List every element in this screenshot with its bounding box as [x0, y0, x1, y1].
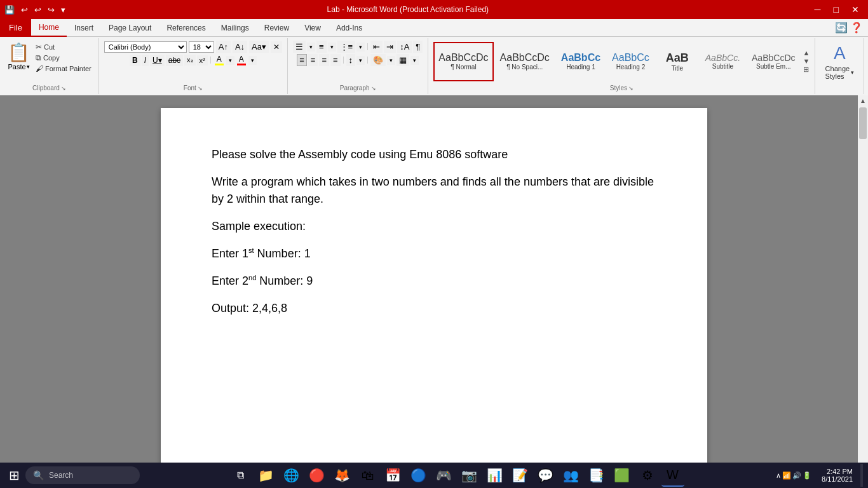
- taskbar-search[interactable]: 🔍 Search: [25, 466, 140, 484]
- font-expand-icon[interactable]: ↘: [198, 85, 203, 92]
- greenshot-button[interactable]: 🟩: [611, 464, 634, 487]
- view-tab[interactable]: View: [297, 19, 329, 37]
- opera-button[interactable]: 🔴: [306, 464, 329, 487]
- bullets-dropdown-button[interactable]: ▾: [307, 43, 315, 51]
- style-heading2[interactable]: AaBbCc Heading 2: [607, 42, 654, 81]
- decrease-font-button[interactable]: A↓: [233, 41, 247, 53]
- styles-expand-icon[interactable]: ↘: [628, 85, 634, 92]
- numbering-dropdown-button[interactable]: ▾: [328, 43, 336, 51]
- decrease-indent-button[interactable]: ⇤: [370, 41, 383, 53]
- change-styles-button[interactable]: A ChangeStyles ▾: [820, 41, 858, 83]
- font-color-dropdown-button[interactable]: ▾: [248, 56, 257, 65]
- edge-button[interactable]: 🌐: [280, 464, 303, 487]
- strikethrough-button[interactable]: abc: [166, 55, 183, 66]
- scroll-up-button[interactable]: ▲: [858, 95, 868, 106]
- copy-button[interactable]: ⧉ Copy: [34, 53, 93, 63]
- cut-button[interactable]: ✂ Cut: [34, 42, 93, 52]
- style-subtle-emphasis[interactable]: AaBbCcDc Subtle Em...: [747, 42, 800, 81]
- mailings-tab[interactable]: Mailings: [214, 19, 257, 37]
- sort-button[interactable]: ↕A: [397, 41, 412, 53]
- word-button[interactable]: W: [661, 464, 684, 487]
- undo2-qat-button[interactable]: ↩: [32, 4, 43, 16]
- sticky-button[interactable]: 📝: [509, 464, 532, 487]
- minimize-button[interactable]: ─: [811, 3, 825, 16]
- ribbon-question-button[interactable]: ❓: [850, 22, 863, 34]
- font-color-button[interactable]: A: [236, 54, 247, 66]
- insert-tab[interactable]: Insert: [67, 19, 101, 37]
- bullets-button[interactable]: ☰: [293, 41, 306, 53]
- font-name-select[interactable]: Calibri (Body): [104, 41, 187, 53]
- start-button[interactable]: ⊞: [3, 464, 25, 487]
- shading-button[interactable]: 🎨: [370, 54, 386, 66]
- align-left-button[interactable]: ≡: [297, 54, 307, 66]
- underline-button[interactable]: U▾: [150, 55, 165, 66]
- paragraph-expand-icon[interactable]: ↘: [371, 85, 376, 92]
- text-highlight-button[interactable]: A: [214, 54, 225, 66]
- store-button[interactable]: 🛍: [356, 464, 379, 487]
- bold-button[interactable]: B: [130, 55, 140, 66]
- calendar-button[interactable]: 📅: [382, 464, 405, 487]
- page-layout-tab[interactable]: Page Layout: [101, 19, 159, 37]
- style-subtitle[interactable]: AaBbCc. Subtitle: [700, 42, 745, 81]
- styles-more-button[interactable]: ⊞: [803, 65, 810, 74]
- discord-button[interactable]: 💬: [534, 464, 557, 487]
- home-tab[interactable]: Home: [31, 19, 67, 37]
- game-button[interactable]: 🎮: [433, 464, 456, 487]
- acrobat-button[interactable]: 📑: [585, 464, 608, 487]
- file-explorer-button[interactable]: 📁: [255, 464, 278, 487]
- styles-scroll-up-button[interactable]: ▲: [803, 49, 810, 57]
- shading-dropdown-button[interactable]: ▾: [387, 56, 395, 65]
- justify-button[interactable]: ≡: [330, 54, 341, 66]
- paste-button[interactable]: 📋 Paste ▾: [5, 41, 32, 72]
- review-tab[interactable]: Review: [257, 19, 297, 37]
- align-center-button[interactable]: ≡: [308, 54, 318, 66]
- close-button[interactable]: ✕: [848, 3, 863, 16]
- increase-indent-button[interactable]: ⇥: [384, 41, 396, 53]
- media-button[interactable]: 📷: [458, 464, 481, 487]
- numbering-button[interactable]: ≡: [316, 41, 327, 53]
- show-marks-button[interactable]: ¶: [413, 41, 423, 53]
- style-normal[interactable]: AaBbCcDc ¶ Normal: [433, 42, 493, 81]
- customize-qat-button[interactable]: ▾: [59, 4, 67, 16]
- firefox-button[interactable]: 🦊: [331, 464, 354, 487]
- cut-icon: ✂: [36, 43, 42, 51]
- references-tab[interactable]: References: [159, 19, 213, 37]
- tray-arrow[interactable]: ∧: [776, 471, 781, 480]
- line-spacing-dropdown-button[interactable]: ▾: [356, 56, 365, 65]
- style-no-spacing[interactable]: AaBbCcDc ¶ No Spaci...: [495, 42, 555, 81]
- subscript-button[interactable]: x₂: [184, 55, 196, 65]
- multilevel-button[interactable]: ⋮≡: [337, 41, 356, 53]
- undo-qat-button[interactable]: ↩: [19, 4, 30, 16]
- scroll-thumb[interactable]: [859, 107, 867, 139]
- document-page[interactable]: Please solve the Assembly code using Emu…: [161, 108, 707, 477]
- font-size-select[interactable]: 18: [189, 41, 214, 53]
- styles-scroll-down-button[interactable]: ▼: [803, 57, 810, 65]
- chrome-button[interactable]: 🔵: [407, 464, 430, 487]
- clipboard-expand-icon[interactable]: ↘: [61, 85, 66, 92]
- change-case-button[interactable]: Aa▾: [249, 41, 269, 53]
- style-title[interactable]: AaB Title: [656, 42, 699, 81]
- settings-button[interactable]: ⚙: [636, 464, 659, 487]
- increase-font-button[interactable]: A↑: [216, 41, 231, 53]
- save-qat-button[interactable]: 💾: [3, 4, 17, 16]
- borders-button[interactable]: ▦: [397, 54, 409, 66]
- maximize-button[interactable]: □: [830, 3, 843, 16]
- borders-dropdown-button[interactable]: ▾: [410, 56, 419, 65]
- teams-button[interactable]: 👥: [560, 464, 583, 487]
- multilevel-dropdown-button[interactable]: ▾: [356, 43, 365, 51]
- addins-tab[interactable]: Add-Ins: [329, 19, 370, 37]
- show-desktop-button[interactable]: [860, 464, 863, 487]
- redo-qat-button[interactable]: ↪: [46, 4, 57, 16]
- italic-button[interactable]: I: [142, 55, 149, 66]
- ribbon-help-button[interactable]: 🔄: [835, 22, 848, 34]
- line-spacing-button[interactable]: ↕: [346, 54, 356, 66]
- superscript-button[interactable]: x²: [197, 55, 208, 65]
- highlight-dropdown-button[interactable]: ▾: [226, 56, 234, 65]
- file-tab[interactable]: File: [0, 19, 31, 37]
- clear-format-button[interactable]: ✕: [271, 41, 282, 53]
- excel-button[interactable]: 📊: [484, 464, 506, 487]
- taskview-button[interactable]: ⧉: [229, 464, 252, 487]
- format-painter-button[interactable]: 🖌 Format Painter: [34, 64, 93, 74]
- style-heading1[interactable]: AaBbCc Heading 1: [556, 42, 606, 81]
- align-right-button[interactable]: ≡: [319, 54, 329, 66]
